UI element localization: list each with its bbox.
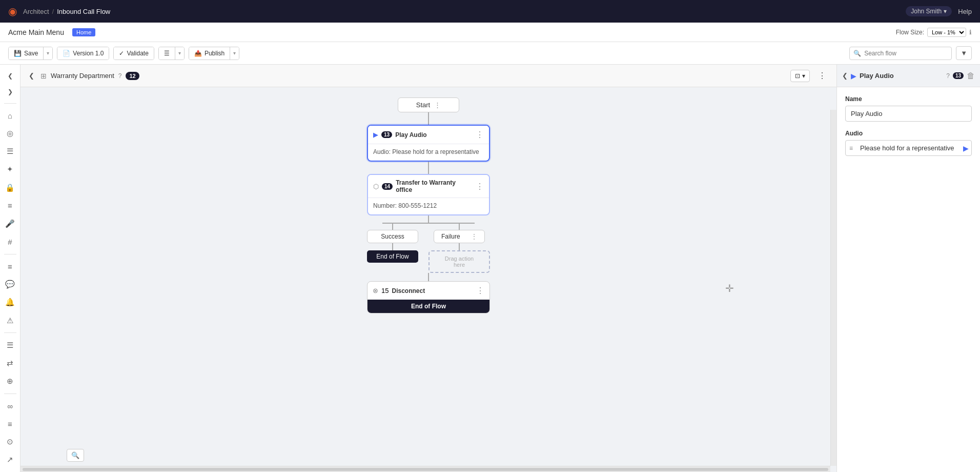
play-audio-more-button[interactable]: ⋮ [476, 130, 484, 140]
view-toggle-button[interactable]: ⊡ ▾ [790, 70, 810, 82]
canvas-badge: 12 [126, 72, 139, 80]
menu2-icon: ≡ [8, 420, 12, 428]
home-icon: ⌂ [8, 111, 12, 120]
sidebar-item-warning[interactable]: ⚠ [2, 312, 18, 328]
audio-play-button[interactable]: ▶ [963, 144, 969, 152]
help-button[interactable]: Help [958, 8, 972, 15]
breadcrumb: Architect / Inbound Call Flow [23, 8, 110, 15]
transfer-title: Transfer to Warranty office [396, 179, 473, 193]
sidebar-item-globe[interactable]: ◎ [2, 126, 18, 142]
sidebar-item-home[interactable]: ⌂ [2, 107, 18, 123]
bell-icon: 🔔 [5, 298, 15, 307]
group-icon: ⊙ [7, 437, 13, 446]
start-label: Start [416, 101, 430, 109]
panel-back-button[interactable]: ❮ [842, 72, 848, 80]
top-nav-right: John Smith ▾ Help [906, 6, 972, 16]
flow-diagram: Start ⋮ ▶ 13 Play Audio ⋮ Audio: [367, 97, 490, 313]
canvas-inner: Start ⋮ ▶ 13 Play Audio ⋮ Audio: [21, 87, 836, 472]
filter-button[interactable]: ▼ [956, 46, 972, 60]
canvas-move-icon[interactable]: ✛ [725, 282, 734, 294]
play-audio-node[interactable]: ▶ 13 Play Audio ⋮ Audio: Please hold for… [367, 125, 490, 162]
canvas[interactable]: Start ⋮ ▶ 13 Play Audio ⋮ Audio: [21, 87, 836, 472]
sidebar-item-list[interactable]: ≡ [2, 198, 18, 213]
zoom-button[interactable]: 🔍 [67, 449, 84, 462]
validate-label: Validate [127, 50, 148, 57]
sidebar-divider-2 [4, 254, 16, 254]
sidebar-item-shuffle[interactable]: ⇄ [2, 355, 18, 371]
sidebar-item-chat[interactable]: 💬 [2, 277, 18, 292]
sidebar-item-star[interactable]: ✦ [2, 162, 18, 178]
flow-size-select[interactable]: Low - 1% [927, 28, 966, 37]
panel-title: Play Audio [860, 72, 943, 80]
failure-label-node: Failure ⋮ [434, 230, 485, 243]
list-button-group: ☰ ▾ [158, 47, 185, 60]
toolbar: 💾 Save ▾ 📄 Version 1.0 ✓ Validate ☰ ▾ 📤 … [0, 42, 980, 65]
sidebar-expand-button[interactable]: ❯ [3, 85, 17, 99]
branch-hbar [382, 223, 475, 224]
tree-icon: ⊕ [7, 377, 13, 386]
list-file-icon: ≡ [8, 201, 12, 210]
disconnect-eof-body: End of Flow [368, 300, 489, 313]
flow-size-info-icon[interactable]: ℹ [969, 29, 972, 36]
search-input[interactable] [849, 47, 952, 60]
start-more-icon[interactable]: ⋮ [434, 101, 441, 109]
canvas-back-button[interactable]: ❮ [27, 70, 36, 82]
sidebar-item-mic[interactable]: 🎤 [2, 215, 18, 231]
sidebar-item-tree[interactable]: ⊕ [2, 373, 18, 389]
save-caret-button[interactable]: ▾ [43, 47, 52, 60]
validate-button[interactable]: ✓ Validate [114, 47, 153, 60]
sidebar-item-lock[interactable]: 🔒 [2, 180, 18, 195]
disconnect-node[interactable]: ⊗ 15 Disconnect ⋮ End of Flow [367, 281, 490, 313]
sidebar-item-group[interactable]: ⊙ [2, 434, 18, 450]
transfer-more-button[interactable]: ⋮ [476, 182, 484, 191]
sidebar-item-infinity[interactable]: ∞ [2, 398, 18, 414]
failure-more-icon[interactable]: ⋮ [471, 233, 477, 240]
canvas-info-icon[interactable]: ? [118, 72, 122, 80]
list-button[interactable]: ☰ [159, 47, 175, 60]
save-button[interactable]: 💾 Save [9, 47, 43, 60]
version-button-group: 📄 Version 1.0 [57, 47, 109, 60]
panel-delete-button[interactable]: 🗑 [967, 71, 975, 81]
panel-info-icon[interactable]: ? [946, 72, 950, 80]
sidebar-collapse-button[interactable]: ❮ [3, 69, 17, 83]
list-caret-button[interactable]: ▾ [175, 47, 184, 60]
play-audio-header: ▶ 13 Play Audio ⋮ [368, 126, 489, 144]
disconnect-more-button[interactable]: ⋮ [476, 286, 484, 296]
sidebar-item-tasks[interactable]: ≡ [2, 259, 18, 274]
success-connector-2 [392, 243, 393, 250]
canvas-scrollbar-vertical[interactable] [830, 110, 836, 466]
play-audio-body-text: Audio: Please hold for a representative [373, 148, 479, 155]
sidebar-item-hash[interactable]: # [2, 233, 18, 249]
transfer-node[interactable]: ⬡ 14 Transfer to Warranty office ⋮ Numbe… [367, 174, 490, 215]
publish-button[interactable]: 📤 Publish [189, 47, 230, 60]
validate-icon: ✓ [119, 50, 124, 57]
panel-play-icon: ▶ [851, 72, 856, 80]
name-input[interactable] [845, 106, 972, 122]
left-sidebar: ❮ ❯ ⌂ ◎ ☰ ✦ 🔒 ≡ 🎤 # ≡ 💬 🔔 ⚠ ☰ ⇄ ⊕ ∞ ≡ ⊙ … [0, 65, 21, 472]
sidebar-item-bell[interactable]: 🔔 [2, 294, 18, 310]
panel-badge: 13 [953, 72, 964, 79]
home-badge[interactable]: Home [72, 28, 95, 36]
collapse-icon: ❮ [8, 72, 13, 80]
start-node: Start ⋮ [398, 97, 459, 112]
publish-button-group: 📤 Publish ▾ [189, 47, 239, 60]
sidebar-item-export[interactable]: ↗ [2, 452, 18, 468]
audio-input[interactable] [845, 140, 972, 156]
infinity-icon: ∞ [7, 402, 13, 410]
breadcrumb-parent[interactable]: Architect [23, 8, 49, 15]
save-icon: 💾 [14, 50, 22, 57]
connector-3 [428, 215, 429, 223]
user-menu[interactable]: John Smith ▾ [906, 6, 952, 16]
expand-icon: ❯ [8, 88, 13, 95]
user-name: John Smith [911, 8, 942, 15]
sidebar-item-inbox[interactable]: ☰ [2, 144, 18, 160]
sidebar-item-lines[interactable]: ☰ [2, 337, 18, 353]
sidebar-item-menu2[interactable]: ≡ [2, 416, 18, 432]
canvas-more-button[interactable]: ⋮ [814, 69, 830, 83]
publish-caret-button[interactable]: ▾ [230, 47, 239, 60]
canvas-scrollbar-horizontal[interactable] [21, 466, 830, 472]
play-audio-title: Play Audio [395, 131, 473, 139]
success-label: Success [381, 233, 404, 240]
version-button[interactable]: 📄 Version 1.0 [57, 47, 109, 60]
drag-placeholder[interactable]: Drag action here [428, 250, 490, 273]
